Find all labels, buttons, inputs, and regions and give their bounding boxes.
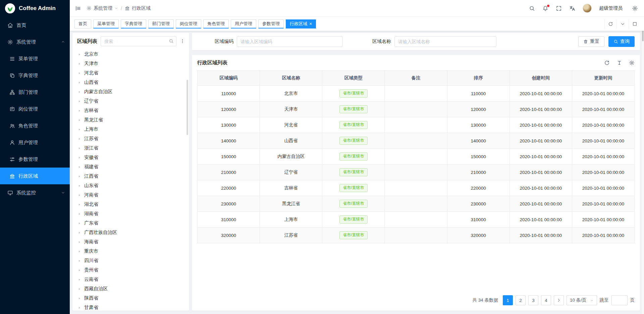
tree-item[interactable]: 天津市 bbox=[72, 59, 189, 68]
tree-item[interactable]: 四川省 bbox=[72, 256, 189, 265]
bell-icon[interactable] bbox=[542, 5, 548, 11]
caret-right-icon[interactable] bbox=[77, 212, 81, 216]
page-number-button[interactable]: 3 bbox=[528, 295, 538, 305]
tab[interactable]: 部门管理 bbox=[148, 19, 174, 28]
region-name-input[interactable] bbox=[394, 36, 496, 47]
page-size-select[interactable]: 10 条/页 bbox=[567, 295, 597, 305]
tab[interactable]: 行政区域 × bbox=[286, 19, 316, 28]
tab[interactable]: 岗位管理 bbox=[176, 19, 201, 28]
caret-right-icon[interactable] bbox=[77, 62, 81, 66]
caret-right-icon[interactable] bbox=[77, 156, 81, 160]
tree-item[interactable]: 西藏自治区 bbox=[72, 284, 189, 294]
table-column-header[interactable]: 排序 bbox=[447, 71, 509, 86]
caret-right-icon[interactable] bbox=[77, 100, 81, 103]
tree-item[interactable]: 上海市 bbox=[72, 125, 189, 134]
tree-item[interactable]: 吉林省 bbox=[72, 106, 189, 115]
sidebar-item[interactable]: 用户管理 bbox=[0, 134, 70, 151]
refresh-icon[interactable] bbox=[604, 60, 610, 66]
tab[interactable]: 参数管理 bbox=[258, 19, 284, 28]
caret-right-icon[interactable] bbox=[77, 137, 81, 141]
window-scrollbar[interactable] bbox=[641, 17, 644, 314]
sidebar-item[interactable]: 参数管理 bbox=[0, 151, 70, 168]
tree-item[interactable]: 贵州省 bbox=[72, 265, 189, 275]
next-page-button[interactable] bbox=[554, 295, 564, 305]
table-column-header[interactable]: 更新时间 bbox=[572, 71, 634, 86]
tree-item[interactable]: 山东省 bbox=[72, 181, 189, 190]
gear-icon[interactable] bbox=[629, 60, 635, 66]
caret-right-icon[interactable] bbox=[77, 90, 81, 94]
table-column-header[interactable]: 区域类型 bbox=[322, 71, 385, 86]
table-row[interactable]: 210000 辽宁省 省市/直辖市 210000 2020-10-01 00:0… bbox=[198, 165, 635, 180]
caret-right-icon[interactable] bbox=[77, 165, 81, 169]
table-column-header[interactable]: 备注 bbox=[385, 71, 447, 86]
tree-item[interactable]: 河南省 bbox=[72, 190, 189, 200]
translate-icon[interactable] bbox=[569, 5, 575, 11]
caret-right-icon[interactable] bbox=[77, 222, 81, 225]
caret-right-icon[interactable] bbox=[77, 81, 81, 84]
tab[interactable]: 菜单管理 bbox=[93, 19, 119, 28]
tree-item[interactable]: 内蒙古自治区 bbox=[72, 87, 189, 97]
text-height-icon[interactable] bbox=[616, 60, 622, 66]
tree-item[interactable]: 广西壮族自治区 bbox=[72, 228, 189, 237]
sidebar-item[interactable]: 首页 bbox=[0, 17, 70, 34]
page-number-button[interactable]: 4 bbox=[541, 295, 551, 305]
caret-right-icon[interactable] bbox=[77, 175, 81, 178]
caret-right-icon[interactable] bbox=[77, 250, 81, 253]
sidebar-item[interactable]: 行政区域 bbox=[0, 168, 70, 184]
tree-item[interactable]: 福建省 bbox=[72, 162, 189, 172]
caret-right-icon[interactable] bbox=[77, 193, 81, 197]
sidebar-item[interactable]: 系统管理 bbox=[0, 34, 70, 50]
breadcrumb-parent[interactable]: 系统管理 bbox=[94, 5, 112, 11]
tree-item[interactable]: 河北省 bbox=[72, 68, 189, 78]
caret-right-icon[interactable] bbox=[77, 287, 81, 291]
sidebar-item[interactable]: 部门管理 bbox=[0, 84, 70, 101]
table-row[interactable]: 120000 天津市 省市/直辖市 120000 2020-10-01 00:0… bbox=[198, 102, 635, 117]
caret-right-icon[interactable] bbox=[77, 259, 81, 263]
table-row[interactable]: 140000 山西省 省市/直辖市 140000 2020-10-01 00:0… bbox=[198, 133, 635, 149]
sidebar-item[interactable]: 字典管理 bbox=[0, 67, 70, 84]
tree-item[interactable]: 江西省 bbox=[72, 172, 189, 181]
table-row[interactable]: 150000 内蒙古自治区 省市/直辖市 150000 2020-10-01 0… bbox=[198, 149, 635, 165]
caret-right-icon[interactable] bbox=[77, 146, 81, 150]
caret-right-icon[interactable] bbox=[77, 71, 81, 75]
table-column-header[interactable]: 区域名称 bbox=[260, 71, 322, 86]
region-code-input[interactable] bbox=[237, 36, 343, 47]
caret-right-icon[interactable] bbox=[77, 128, 81, 131]
close-icon[interactable]: × bbox=[309, 21, 312, 26]
tree-item[interactable]: 湖南省 bbox=[72, 209, 189, 218]
search-icon[interactable] bbox=[529, 5, 535, 11]
tree-item[interactable]: 广东省 bbox=[72, 218, 189, 228]
tab[interactable]: 角色管理 bbox=[203, 19, 229, 28]
tree-item[interactable]: 浙江省 bbox=[72, 143, 189, 153]
tree-item[interactable]: 黑龙江省 bbox=[72, 115, 189, 125]
tab[interactable]: 用户管理 bbox=[231, 19, 256, 28]
tree-item[interactable]: 云南省 bbox=[72, 275, 189, 284]
sidebar-item[interactable]: 系统监控 bbox=[0, 184, 70, 201]
user-avatar[interactable] bbox=[583, 4, 592, 13]
user-name[interactable]: 超级管理员 bbox=[599, 5, 623, 11]
refresh-icon[interactable] bbox=[604, 19, 616, 28]
jump-page-input[interactable] bbox=[611, 295, 628, 305]
more-options-icon[interactable] bbox=[180, 39, 185, 44]
table-row[interactable]: 230000 黑龙江省 省市/直辖市 230000 2020-10-01 00:… bbox=[198, 196, 635, 212]
page-number-button[interactable]: 1 bbox=[503, 295, 513, 305]
caret-right-icon[interactable] bbox=[77, 240, 81, 244]
table-row[interactable]: 310000 上海市 省市/直辖市 310000 2020-10-01 00:0… bbox=[198, 212, 635, 228]
sidebar-item[interactable]: 岗位管理 bbox=[0, 101, 70, 117]
caret-right-icon[interactable] bbox=[77, 184, 81, 188]
caret-right-icon[interactable] bbox=[77, 297, 81, 300]
tree-item[interactable]: 海南省 bbox=[72, 237, 189, 247]
maximize-icon[interactable] bbox=[629, 19, 641, 28]
tree-item[interactable]: 湖北省 bbox=[72, 200, 189, 209]
tree-item[interactable]: 山西省 bbox=[72, 78, 189, 87]
query-button[interactable]: 查询 bbox=[608, 36, 635, 47]
tree-item[interactable]: 甘肃省 bbox=[72, 303, 189, 311]
tree-item[interactable]: 江苏省 bbox=[72, 134, 189, 143]
fullscreen-icon[interactable] bbox=[556, 5, 562, 11]
table-row[interactable]: 110000 北京市 省市/直辖市 110000 2020-10-01 00:0… bbox=[198, 86, 635, 102]
table-column-header[interactable]: 区域编码 bbox=[198, 71, 260, 86]
tree-item[interactable]: 安徽省 bbox=[72, 153, 189, 162]
tree-search-input[interactable] bbox=[101, 36, 176, 46]
caret-right-icon[interactable] bbox=[77, 231, 81, 235]
caret-right-icon[interactable] bbox=[77, 268, 81, 272]
